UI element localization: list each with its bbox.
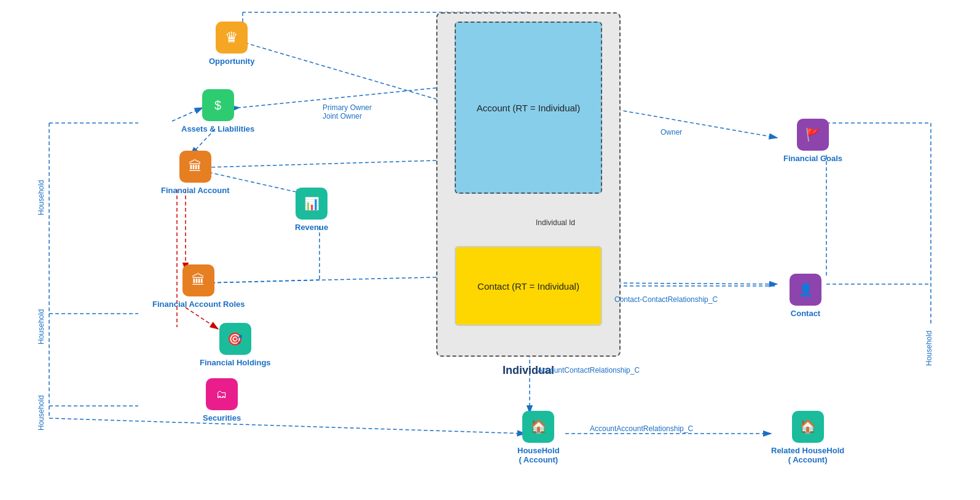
securities-label: Securities: [203, 413, 241, 423]
node-opportunity: ♛ Opportunity: [209, 22, 254, 66]
node-contact-right: 👤 Contact: [790, 274, 821, 318]
right-household-label: Household: [925, 317, 933, 366]
financial-goals-icon: 🚩: [797, 119, 829, 151]
owner-label: Owner: [661, 128, 682, 137]
primary-owner-label: Primary Owner Joint Owner: [323, 103, 372, 121]
node-financial-goals: 🚩 Financial Goals: [783, 119, 842, 163]
node-assets-liabilities: $ Assets & Liabilities: [181, 89, 254, 133]
related-household-label: Related HouseHold( Account): [771, 446, 844, 464]
node-financial-holdings: 🎯 Financial Holdings: [200, 323, 271, 367]
contact-label: Contact: [791, 309, 820, 318]
opportunity-label: Opportunity: [209, 57, 254, 66]
household-icon: 🏠: [522, 411, 554, 443]
node-household: 🏠 HouseHold( Account): [517, 411, 560, 464]
financial-holdings-icon: 🎯: [219, 323, 251, 355]
svg-line-8: [209, 160, 455, 167]
financial-account-roles-icon: 🏛: [182, 264, 214, 296]
svg-line-19: [49, 418, 525, 434]
svg-line-27: [605, 283, 777, 284]
contact-icon: 👤: [790, 274, 821, 306]
account-contact-relationship-label: AccountContactRelationship_C: [538, 366, 640, 375]
svg-line-5: [246, 43, 455, 105]
contact-box: Contact (RT = Individual): [455, 246, 602, 326]
individual-id-label: Individual Id: [536, 218, 575, 227]
financial-holdings-label: Financial Holdings: [200, 358, 271, 367]
opportunity-icon: ♛: [216, 22, 248, 54]
account-box-label: Account (RT = Individual): [477, 103, 580, 113]
account-box: Account (RT = Individual): [455, 22, 602, 194]
financial-account-roles-label: Financial Account Roles: [152, 300, 245, 309]
contact-box-label: Contact (RT = Individual): [477, 281, 579, 292]
svg-line-25: [605, 108, 777, 138]
revenue-icon: 📊: [296, 188, 327, 220]
assets-liabilities-icon: $: [202, 89, 234, 121]
left-household-label-3: Household: [37, 381, 45, 431]
node-related-household: 🏠 Related HouseHold( Account): [771, 411, 844, 464]
related-household-icon: 🏠: [792, 411, 824, 443]
node-securities: 🗂 Securities: [203, 378, 241, 423]
financial-account-icon: 🏛: [179, 151, 211, 183]
revenue-label: Revenue: [295, 223, 328, 232]
node-financial-account: 🏛 Financial Account: [161, 151, 229, 195]
diagram: Account (RT = Individual) Contact (RT = …: [0, 0, 980, 500]
household-label: HouseHold( Account): [517, 446, 560, 464]
node-revenue: 📊 Revenue: [295, 188, 328, 232]
left-household-label-1: Household: [37, 166, 45, 215]
securities-icon: 🗂: [206, 378, 238, 410]
contact-relationship-label: Contact-ContactRelationship_C: [614, 295, 718, 304]
financial-account-label: Financial Account: [161, 186, 229, 195]
node-financial-account-roles: 🏛 Financial Account Roles: [152, 264, 245, 309]
financial-goals-label: Financial Goals: [783, 154, 842, 163]
account-account-relationship-label: AccountAccountRelationship_C: [590, 424, 693, 433]
left-household-label-2: Household: [37, 295, 45, 344]
assets-liabilities-label: Assets & Liabilities: [181, 124, 254, 133]
